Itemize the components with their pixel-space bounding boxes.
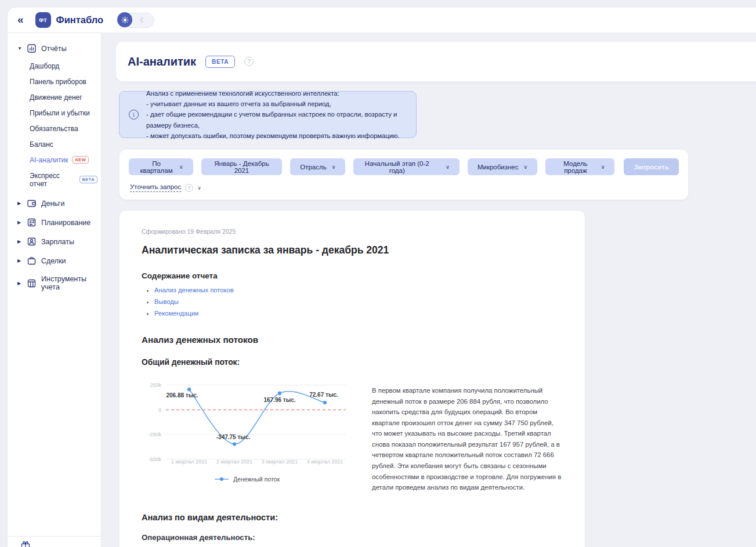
light-theme-sun-icon[interactable] [117, 12, 132, 27]
sidebar-section-money[interactable]: ▶ Деньги [8, 194, 101, 213]
svg-text:3 квартал 2021: 3 квартал 2021 [262, 459, 298, 465]
gift-icon[interactable] [20, 540, 31, 547]
svg-text:0: 0 [158, 407, 161, 413]
report-title: Аналитическая записка за январь - декабр… [142, 244, 563, 256]
dark-theme-moon-icon[interactable]: ☾ [132, 16, 154, 24]
chevron-right-icon: ▶ [17, 239, 22, 244]
chevron-down-icon: ∨ [332, 164, 336, 170]
ai-disclaimer-banner: i Анализ с применением технологий искусс… [119, 91, 417, 138]
page-title: AI-аналитик [128, 55, 196, 68]
subsection-title-operating-activity: Операционная деятельность: [142, 533, 563, 542]
chevron-down-icon: ∨ [446, 164, 450, 170]
sidebar-section-accounting-tools[interactable]: ▶ Инструменты учета [8, 270, 101, 296]
theme-toggle[interactable]: ☾ [117, 13, 154, 28]
sidebar-section-label: Инструменты учета [41, 275, 97, 291]
wallet-icon [27, 198, 37, 208]
cashflow-chart: 250k0-250k-500k206.88 тыс.-347.75 тыс.16… [142, 378, 352, 493]
toc-link-recommendations[interactable]: Рекомендации [154, 310, 198, 317]
ai-disclaimer-text: Анализ с применением технологий искусств… [146, 88, 407, 140]
toc-title: Содержание отчета [142, 271, 563, 280]
svg-text:72.67 тыс.: 72.67 тыс. [309, 392, 338, 398]
chevron-right-icon: ▶ [17, 281, 22, 286]
toc-item: Анализ денежных потоков [154, 287, 563, 294]
cashflow-chart-block: 250k0-250k-500k206.88 тыс.-347.75 тыс.16… [142, 378, 563, 493]
toc-link-conclusions[interactable]: Выводы [154, 298, 179, 305]
svg-text:2 квартал 2021: 2 квартал 2021 [216, 459, 253, 465]
sidebar-section-reports[interactable]: ▼ Отчёты [8, 39, 101, 58]
subsection-title-total-cashflow: Общий денежный поток: [142, 358, 563, 367]
section-title-cashflow-analysis: Анализ денежных потоков [142, 335, 563, 345]
industry-dropdown[interactable]: Отрасль ∨ [290, 158, 345, 175]
sidebar-item-pnl[interactable]: Прибыли и убытки [8, 105, 101, 121]
legend-label: Денежный поток [233, 476, 280, 483]
chevron-down-icon: ▼ [17, 46, 22, 51]
page-beta-badge: BETA [205, 56, 235, 68]
sidebar-collapse-button[interactable]: « [17, 14, 24, 25]
sidebar-item-liabilities[interactable]: Обязательства [8, 121, 101, 136]
main-content: AI-аналитик BETA ? i Анализ с применение… [102, 33, 756, 547]
fintablo-logo-icon: ФТ [35, 12, 51, 28]
sidebar-divider [8, 536, 101, 537]
sidebar-section-label: Деньги [41, 200, 64, 208]
help-icon[interactable]: ? [185, 184, 193, 192]
chart-legend-item[interactable]: Денежный поток [142, 476, 352, 483]
table-icon [27, 278, 37, 288]
sidebar-item-balance[interactable]: Баланс [8, 136, 101, 152]
chevron-right-icon: ▶ [17, 220, 22, 225]
svg-text:-250k: -250k [148, 432, 161, 437]
sidebar-section-deals[interactable]: ▶ Сделки [8, 251, 101, 270]
help-icon[interactable]: ? [244, 57, 254, 66]
sidebar: ▼ Отчёты Дашборд Панель приборов Движени… [7, 33, 102, 547]
top-bar: « ФТ Финтабло ☾ [7, 7, 756, 33]
svg-text:-347.75 тыс.: -347.75 тыс. [216, 434, 251, 440]
planning-icon [27, 218, 37, 227]
cashflow-analysis-paragraph: В первом квартале компания получила поло… [372, 385, 562, 493]
svg-text:1 квартал 2021: 1 квартал 2021 [171, 459, 208, 465]
briefcase-icon [27, 256, 37, 266]
report-card: Сформировано 19 Февраля 2025 Аналитическ… [119, 210, 585, 547]
request-button[interactable]: Запросить [624, 158, 679, 175]
chevron-right-icon: ▶ [17, 201, 22, 206]
chevron-down-icon: ∨ [523, 164, 527, 170]
chevron-right-icon: ▶ [17, 258, 22, 263]
sidebar-section-salaries[interactable]: ▶ Зарплаты [8, 232, 101, 251]
svg-text:206.88 тыс.: 206.88 тыс. [166, 392, 198, 399]
brand-home-link[interactable]: ФТ Финтабло [35, 12, 104, 28]
toc-link-cashflow-analysis[interactable]: Анализ денежных потоков [154, 287, 234, 294]
sidebar-item-cash-flow[interactable]: Движение денег [8, 89, 101, 105]
cashflow-chart-svg: 250k0-250k-500k206.88 тыс.-347.75 тыс.16… [142, 378, 352, 466]
svg-text:250k: 250k [150, 382, 161, 388]
toc-item: Рекомендации [154, 310, 563, 317]
sidebar-item-instrument-panel[interactable]: Панель приборов [8, 74, 101, 89]
business-stage-dropdown[interactable]: Начальный этап (0-2 года) ∨ [353, 158, 460, 175]
info-icon: i [129, 110, 139, 119]
report-generated-timestamp: Сформировано 19 Февраля 2025 [142, 228, 563, 235]
reports-submenu: Дашборд Панель приборов Движение денег П… [8, 58, 101, 194]
chevron-down-icon: ∨ [601, 164, 605, 170]
sidebar-item-dashboard[interactable]: Дашборд [8, 58, 101, 74]
sidebar-section-label: Отчёты [41, 45, 67, 53]
toc-list: Анализ денежных потоков Выводы Рекоменда… [154, 287, 563, 317]
chevron-down-icon: ∨ [179, 164, 183, 170]
date-range-button[interactable]: Январь - Декабрь 2021 [201, 158, 283, 175]
svg-text:-500k: -500k [148, 457, 161, 462]
new-badge: NEW [72, 156, 89, 164]
sidebar-item-ai-analyst[interactable]: AI-аналитик NEW [8, 152, 101, 168]
sidebar-item-express-report[interactable]: Экспресс отчет BETA [8, 168, 101, 191]
brand-name: Финтабло [56, 15, 104, 26]
svg-text:167.96 тыс.: 167.96 тыс. [263, 397, 295, 403]
filters-panel: По кварталам ∨ Январь - Декабрь 2021 Отр… [119, 149, 689, 200]
beta-badge: BETA [79, 176, 97, 184]
employee-badge-icon [27, 237, 37, 247]
refine-request-row: Уточнить запрос ? ∨ [129, 183, 679, 192]
svg-text:4 квартал 2021: 4 квартал 2021 [307, 459, 343, 465]
business-size-dropdown[interactable]: Микробизнес ∨ [468, 158, 537, 175]
chevron-down-icon[interactable]: ∨ [197, 185, 201, 191]
sidebar-section-label: Планирование [41, 219, 91, 227]
period-group-dropdown[interactable]: По кварталам ∨ [129, 158, 193, 175]
refine-request-link[interactable]: Уточнить запрос [130, 183, 181, 192]
sales-model-dropdown[interactable]: Модель продаж ∨ [545, 158, 614, 175]
legend-line-marker-icon [214, 476, 230, 482]
filters-row: По кварталам ∨ Январь - Декабрь 2021 Отр… [129, 158, 679, 175]
sidebar-section-planning[interactable]: ▶ Планирование [8, 213, 101, 232]
